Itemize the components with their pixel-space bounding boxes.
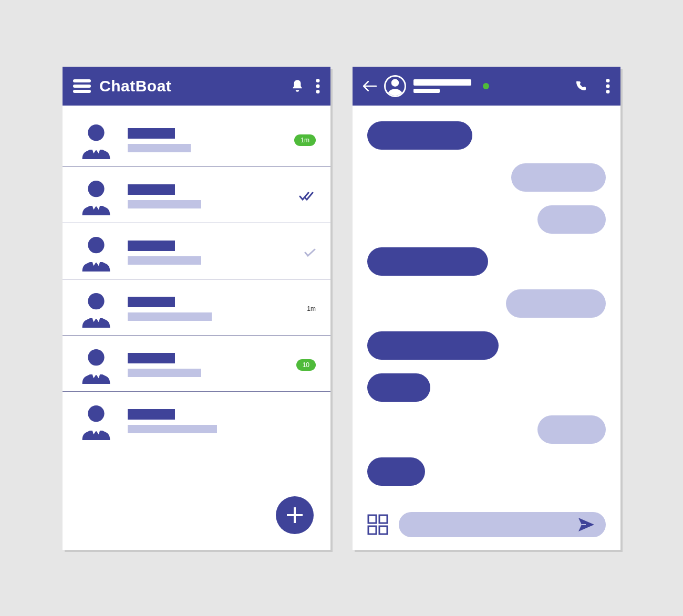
back-icon[interactable] — [363, 81, 377, 91]
svg-rect-8 — [95, 256, 98, 263]
conversation-screen — [353, 67, 620, 550]
chat-preview — [128, 128, 279, 152]
apps-icon[interactable] — [367, 514, 388, 535]
chat-preview — [128, 184, 279, 208]
incoming-message — [367, 457, 425, 486]
svg-rect-12 — [95, 369, 98, 375]
avatar-icon — [77, 178, 115, 215]
incoming-message — [367, 373, 430, 402]
outgoing-message — [506, 289, 606, 318]
composer — [353, 507, 620, 550]
menu-icon[interactable] — [73, 79, 91, 93]
contact-name-placeholder — [128, 128, 175, 139]
chat-preview — [128, 409, 279, 433]
incoming-message — [367, 247, 488, 276]
svg-point-9 — [88, 293, 104, 309]
last-message-placeholder — [128, 369, 201, 377]
svg-point-2 — [316, 90, 320, 93]
svg-rect-10 — [95, 312, 98, 319]
read-icon — [299, 192, 316, 201]
avatar-icon — [77, 346, 115, 384]
last-message-placeholder — [128, 312, 212, 321]
chat-row[interactable]: 1m — [63, 279, 330, 336]
contact-name[interactable] — [413, 79, 471, 93]
online-indicator — [483, 83, 489, 89]
more-icon[interactable] — [316, 79, 320, 93]
svg-rect-4 — [95, 144, 98, 150]
chat-preview — [128, 241, 279, 265]
incoming-message — [367, 121, 472, 150]
message-input[interactable] — [399, 512, 606, 537]
conversation-header — [353, 67, 620, 106]
svg-point-17 — [606, 84, 610, 88]
row-meta: 1m — [279, 134, 316, 146]
svg-rect-19 — [368, 515, 376, 523]
new-chat-button[interactable] — [276, 496, 314, 534]
outgoing-message — [511, 163, 606, 192]
svg-point-13 — [88, 405, 104, 422]
svg-point-5 — [88, 181, 104, 197]
list-header: ChatBoat — [63, 67, 330, 106]
delivered-icon — [304, 248, 316, 257]
svg-rect-21 — [368, 526, 376, 534]
contact-name-placeholder — [128, 353, 175, 363]
svg-point-15 — [391, 79, 399, 86]
unread-badge: 1m — [294, 134, 316, 146]
avatar-icon — [77, 234, 115, 272]
chat-row[interactable]: 10 — [63, 336, 330, 392]
svg-point-3 — [88, 124, 104, 141]
row-meta: 1m — [279, 305, 316, 312]
avatar-icon[interactable] — [384, 75, 406, 97]
contact-name-placeholder — [128, 409, 175, 420]
contact-name-placeholder — [128, 241, 175, 251]
svg-rect-22 — [379, 526, 387, 534]
svg-rect-14 — [95, 425, 98, 431]
svg-rect-20 — [379, 515, 387, 523]
send-icon[interactable] — [578, 517, 594, 532]
chat-row[interactable]: 1m — [63, 111, 330, 167]
more-icon[interactable] — [606, 79, 610, 93]
chat-preview — [128, 297, 279, 321]
chat-list: 1m 1m 10 — [63, 106, 330, 550]
row-meta: 10 — [279, 359, 316, 371]
outgoing-message — [537, 415, 606, 444]
avatar-icon — [77, 121, 115, 159]
svg-point-18 — [606, 90, 610, 93]
chat-row[interactable] — [63, 392, 330, 447]
contact-name-placeholder — [128, 297, 175, 307]
avatar-icon — [77, 290, 115, 328]
svg-point-0 — [316, 79, 320, 82]
last-message-placeholder — [128, 200, 201, 208]
row-meta — [279, 192, 316, 201]
contact-name-placeholder — [128, 184, 175, 195]
unread-badge: 10 — [296, 359, 316, 371]
message-list — [353, 106, 620, 507]
svg-rect-6 — [95, 200, 98, 206]
chat-row[interactable] — [63, 167, 330, 223]
svg-point-11 — [88, 349, 104, 366]
last-message-placeholder — [128, 425, 217, 433]
svg-point-7 — [88, 237, 104, 253]
last-message-placeholder — [128, 256, 201, 265]
timestamp: 1m — [307, 305, 316, 312]
chat-list-screen: ChatBoat 1m — [63, 67, 330, 550]
incoming-message — [367, 331, 499, 360]
avatar-icon — [77, 402, 115, 440]
app-title: ChatBoat — [99, 77, 171, 95]
chat-preview — [128, 353, 279, 377]
chat-row[interactable] — [63, 223, 330, 279]
outgoing-message — [537, 205, 606, 234]
svg-point-16 — [606, 79, 610, 82]
bell-icon[interactable] — [291, 79, 304, 93]
last-message-placeholder — [128, 144, 191, 152]
row-meta — [279, 248, 316, 257]
svg-point-1 — [316, 84, 320, 88]
call-icon[interactable] — [574, 80, 587, 92]
